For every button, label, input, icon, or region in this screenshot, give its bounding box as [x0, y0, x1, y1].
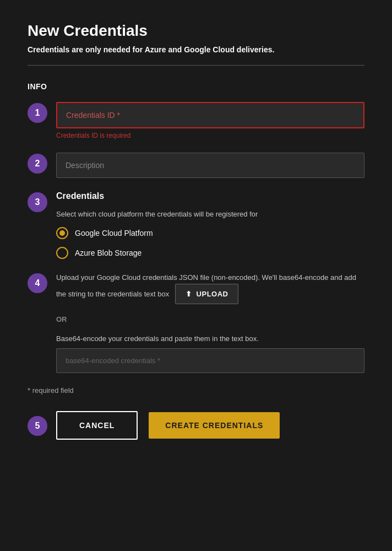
step-3-row: 3 Credentials Select which cloud platfor… [28, 191, 364, 259]
azure-radio[interactable] [56, 247, 68, 259]
description-input[interactable] [56, 153, 364, 178]
azure-label: Azure Blob Storage [75, 249, 141, 257]
step-4-row: 4 Upload your Google Cloud credentials J… [28, 272, 364, 373]
step-2-badge: 2 [28, 154, 47, 174]
azure-radio-inner [59, 250, 65, 256]
radio-description: Select which cloud platform the credenti… [56, 210, 364, 218]
step-4-content: Upload your Google Cloud credentials JSO… [56, 272, 364, 373]
credentials-id-error: Credentials ID is required [56, 132, 364, 139]
upload-description: Upload your Google Cloud credentials JSO… [56, 272, 364, 304]
step-3-content: Credentials Select which cloud platform … [56, 191, 364, 259]
step-1-row: 1 Credentials ID is required [28, 102, 364, 139]
footer-content: CANCEL CREATE CREDENTIALS [56, 411, 280, 440]
step-4-badge: 4 [28, 273, 47, 293]
google-cloud-radio-inner [59, 230, 65, 236]
base64-input[interactable] [56, 348, 364, 373]
step-2-row: 2 [28, 153, 364, 178]
step-5-badge: 5 [28, 416, 47, 436]
google-cloud-option[interactable]: Google Cloud Platform [56, 227, 364, 239]
required-note: * required field [28, 386, 364, 395]
page-subtitle: Credentials are only needed for Azure an… [28, 45, 364, 54]
credentials-title: Credentials [56, 191, 364, 201]
google-cloud-label: Google Cloud Platform [75, 229, 153, 237]
base64-label: Base64-encode your credentials and paste… [56, 334, 364, 343]
or-divider: OR [56, 315, 364, 323]
step-1-content: Credentials ID is required [56, 102, 364, 139]
cancel-button[interactable]: CANCEL [56, 411, 138, 440]
create-credentials-button[interactable]: CREATE CREDENTIALS [149, 412, 280, 439]
step-2-content [56, 153, 364, 178]
azure-option[interactable]: Azure Blob Storage [56, 247, 364, 259]
step-5-row: 5 CANCEL CREATE CREDENTIALS [28, 411, 364, 440]
info-section-label: Info [28, 82, 364, 91]
upload-button[interactable]: ⬆ UPLOAD [175, 284, 238, 304]
page-container: New Credentials Credentials are only nee… [0, 0, 392, 551]
step-3-badge: 3 [28, 192, 47, 212]
google-cloud-radio[interactable] [56, 227, 68, 239]
cloud-upload-icon: ⬆ [186, 290, 192, 298]
radio-group: Google Cloud Platform Azure Blob Storage [56, 227, 364, 259]
divider [28, 65, 364, 66]
step-1-badge: 1 [28, 103, 47, 123]
page-title: New Credentials [28, 22, 364, 40]
credentials-id-input[interactable] [56, 102, 364, 128]
